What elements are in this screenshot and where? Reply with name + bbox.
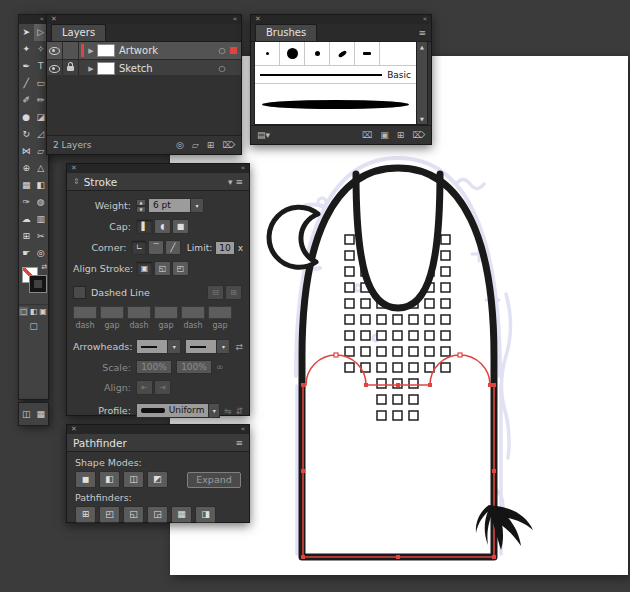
gradient-tool[interactable]: ◧ (34, 177, 49, 194)
remove-brush-stroke-icon[interactable]: ⌧ (362, 130, 372, 140)
align-arrow-end-button[interactable]: ⇥ (154, 380, 171, 395)
anchor-points[interactable] (301, 353, 496, 559)
expand-triangle-icon[interactable]: ▶ (86, 65, 96, 73)
zoom-tool[interactable]: ◎ (34, 245, 49, 262)
rotate-tool[interactable]: ↻ (19, 126, 34, 143)
scroll-up-icon[interactable]: ▲ (420, 44, 424, 50)
slice-tool[interactable]: ✂ (34, 228, 49, 245)
align-arrow-tip-button[interactable]: ⇤ (136, 380, 153, 395)
pathfinder-trim-button[interactable]: ◰ (99, 506, 120, 523)
chevron-down-icon[interactable]: ▾ (216, 340, 229, 353)
panel-menu-icon[interactable]: ≡ (418, 28, 426, 38)
new-layer-icon[interactable]: ⊞ (207, 140, 215, 150)
dash-field-3[interactable] (181, 306, 205, 319)
collapse-panel-icon[interactable]: « (241, 425, 245, 434)
collapse-panel-icon[interactable]: « (423, 15, 427, 24)
panel-menu-icon[interactable]: ≡ (235, 177, 243, 187)
align-dashes-button[interactable]: ⊞ (225, 285, 242, 300)
new-brush-icon[interactable]: ⊞ (397, 130, 405, 140)
scale-end-field[interactable]: 100% (176, 360, 212, 374)
butt-cap-button[interactable]: ▌ (136, 219, 153, 234)
pathfinder-divide-button[interactable]: ⊞ (75, 506, 96, 523)
brush-libraries-icon[interactable]: ▤▾ (257, 130, 270, 140)
artboard-tool[interactable]: ⊞ (19, 228, 34, 245)
blob-brush-tool[interactable]: ● (19, 109, 34, 126)
gap-field-2[interactable] (154, 306, 178, 319)
draw-behind-mode-icon[interactable]: ◧ (29, 307, 38, 316)
selection-tool[interactable]: ➤ (19, 24, 34, 41)
brush-swatch-2[interactable] (280, 42, 305, 65)
close-icon[interactable]: ✕ (255, 15, 261, 24)
delete-layer-icon[interactable]: ⌦ (222, 140, 235, 150)
panel-menu-icon[interactable]: ≡ (235, 438, 243, 448)
collapse-panel-icon[interactable]: « (241, 164, 245, 173)
dock-icon[interactable]: ⇕ (73, 177, 80, 186)
round-cap-button[interactable]: ◖ (154, 219, 171, 234)
make-clipping-mask-icon[interactable]: ◎ (176, 140, 184, 150)
tab-brushes[interactable]: Brushes (255, 24, 317, 41)
brush-swatch-1[interactable] (255, 42, 280, 65)
stroke-color-well[interactable] (30, 276, 46, 292)
dash-field-2[interactable] (127, 306, 151, 319)
dash-field-1[interactable] (73, 306, 97, 319)
layer-row-artwork[interactable]: ▶ Artwork ○ (47, 42, 241, 60)
preserve-dashes-button[interactable]: ⊟ (207, 285, 224, 300)
shape-mode-exclude-button[interactable]: ◩ (147, 471, 168, 488)
flip-across-icon[interactable]: ⇵ (235, 406, 243, 416)
weight-select[interactable]: 6 pt ▾ (148, 198, 204, 213)
graph-tool[interactable]: ▥ (34, 211, 49, 228)
gap-field-3[interactable] (208, 306, 232, 319)
stepper-up-icon[interactable]: ▲ (136, 199, 146, 206)
draw-normal-mode-icon[interactable]: ▢ (19, 307, 28, 316)
shape-mode-minus-front-button[interactable]: ◧ (99, 471, 120, 488)
paintbrush-tool[interactable]: ✐ (19, 92, 34, 109)
brush-basic[interactable]: Basic (255, 66, 416, 84)
brush-swatch-5[interactable] (355, 42, 380, 65)
target-circle-icon[interactable]: ○ (216, 64, 228, 73)
mesh-tool[interactable]: ▦ (19, 177, 34, 194)
pathfinder-crop-button[interactable]: ◲ (147, 506, 168, 523)
close-icon[interactable]: ✕ (71, 425, 77, 434)
arrowhead-start-select[interactable]: ▾ (136, 339, 181, 354)
dropdown-arrow-icon[interactable]: ▾ (228, 177, 233, 187)
expand-triangle-icon[interactable]: ▶ (86, 47, 96, 55)
layer-name[interactable]: Artwork (119, 45, 216, 56)
weight-stepper[interactable]: ▲ ▼ (136, 199, 146, 213)
brushes-scrollbar[interactable]: ▲ ▼ (416, 42, 427, 124)
brush-calligraphic[interactable] (255, 84, 416, 124)
toolbar-collapse-icon[interactable]: « (40, 15, 44, 24)
extra-tool-icon-1[interactable]: ◫ (22, 409, 31, 419)
shape-builder-tool[interactable]: ⊕ (19, 160, 34, 177)
chevron-down-icon[interactable]: ▾ (190, 199, 203, 212)
stepper-down-icon[interactable]: ▼ (136, 206, 146, 213)
round-join-button[interactable]: ⌒ (148, 240, 164, 255)
brush-options-icon[interactable]: ▣ (380, 130, 389, 140)
brush-swatch-3[interactable] (305, 42, 330, 65)
perspective-grid-tool[interactable]: △ (34, 160, 49, 177)
hand-tool[interactable]: ☛ (19, 245, 34, 262)
dashed-line-checkbox[interactable] (73, 286, 86, 299)
line-tool[interactable]: ╱ (19, 75, 34, 92)
chevron-down-icon[interactable]: ▾ (208, 404, 218, 417)
magic-wand-tool[interactable]: ✦ (19, 41, 34, 58)
gap-field-1[interactable] (100, 306, 124, 319)
symbol-sprayer-tool[interactable]: ☁ (19, 211, 34, 228)
lock-toggle[interactable] (63, 42, 79, 59)
layer-thumbnail[interactable] (97, 62, 115, 75)
pathfinder-outline-button[interactable]: ▦ (171, 506, 192, 523)
swap-arrowheads-icon[interactable]: ⇄ (235, 342, 243, 352)
layer-name[interactable]: Sketch (119, 63, 216, 74)
swap-fill-stroke-icon[interactable]: ⇄ (41, 263, 47, 271)
scroll-down-icon[interactable]: ▼ (420, 116, 424, 122)
extra-tool-icon-2[interactable]: ▦ (36, 409, 45, 419)
tab-layers[interactable]: Layers (51, 24, 106, 41)
miter-limit-field[interactable]: 10 (215, 241, 234, 255)
visibility-eye-icon[interactable] (47, 42, 63, 59)
shape-mode-intersect-button[interactable]: ◫ (123, 471, 144, 488)
new-sublayer-icon[interactable]: ▱ (192, 140, 199, 150)
link-scale-icon[interactable]: ∞ (216, 362, 224, 372)
align-stroke-outside-button[interactable]: ◰ (172, 261, 189, 276)
pen-tool[interactable]: ✒ (19, 58, 34, 75)
projecting-cap-button[interactable]: ■ (172, 219, 189, 234)
flip-along-icon[interactable]: ⇋ (224, 406, 232, 416)
